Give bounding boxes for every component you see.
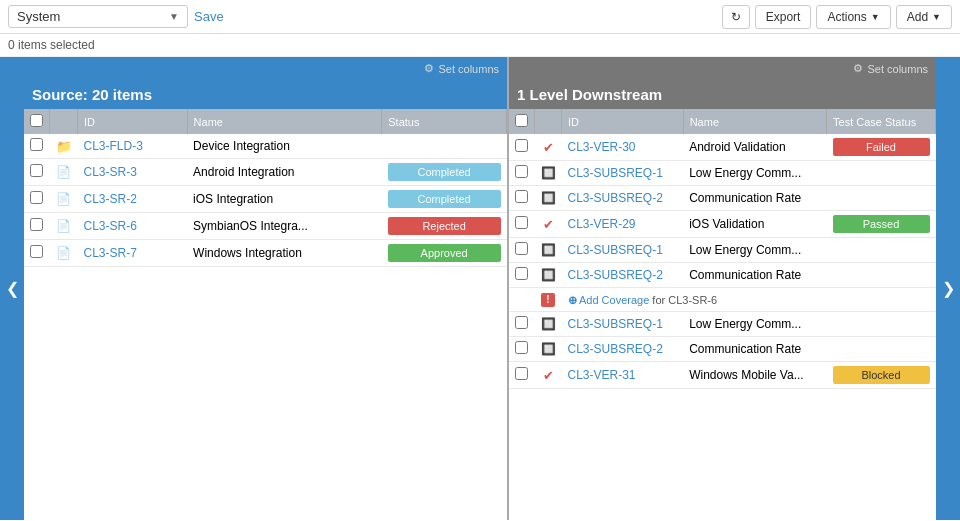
ds-id-link[interactable]: CL3-SUBSREQ-1 (568, 166, 663, 180)
toolbar-right: ↻ Export Actions ▼ Add ▼ (722, 5, 952, 29)
source-id-link[interactable]: CL3-SR-6 (84, 219, 137, 233)
ds-id-link[interactable]: CL3-VER-30 (568, 140, 636, 154)
row-checkbox[interactable] (515, 367, 528, 380)
ds-status (827, 312, 936, 337)
ds-status: Passed (827, 211, 936, 238)
ds-name: Android Validation (683, 134, 826, 161)
actions-button[interactable]: Actions ▼ (816, 5, 890, 29)
check-icon: ✔ (543, 140, 554, 155)
source-select-all[interactable] (30, 114, 43, 127)
row-checkbox[interactable] (30, 245, 43, 258)
row-checkbox[interactable] (30, 138, 43, 151)
plus-icon: ⊕ (568, 294, 577, 306)
check-icon: ✔ (543, 368, 554, 383)
table-row: 📄 CL3-SR-2 iOS Integration Completed (24, 186, 507, 213)
source-id-link[interactable]: CL3-SR-7 (84, 246, 137, 260)
source-col-icon (50, 109, 78, 134)
downstream-table: ID Name Test Case Status ✔ CL3-VER-30 (509, 109, 936, 389)
doc-icon: 📄 (56, 165, 71, 179)
row-checkbox[interactable] (515, 242, 528, 255)
export-button[interactable]: Export (755, 5, 812, 29)
items-selected-bar: 0 items selected (0, 34, 960, 57)
table-row: ✔ CL3-VER-31 Windows Mobile Va... Blocke… (509, 362, 936, 389)
row-checkbox[interactable] (515, 165, 528, 178)
source-table-wrapper: ID Name Status 📁 CL3-FLD-3 Devi (24, 109, 507, 520)
ds-name: Low Energy Comm... (683, 312, 826, 337)
nav-right-button[interactable]: ❯ (936, 57, 960, 520)
toolbar: System ▼ Save ↻ Export Actions ▼ Add ▼ (0, 0, 960, 34)
ds-id-link[interactable]: CL3-SUBSREQ-2 (568, 268, 663, 282)
refresh-button[interactable]: ↻ (722, 5, 750, 29)
row-checkbox[interactable] (515, 139, 528, 152)
warn-icon: ! (541, 293, 555, 307)
row-checkbox[interactable] (515, 190, 528, 203)
doc-icon: 📄 (56, 246, 71, 260)
ds-status (827, 161, 936, 186)
system-select[interactable]: System ▼ (8, 5, 188, 28)
doc-icon: 📄 (56, 192, 71, 206)
ds-status (827, 337, 936, 362)
doc-icon: 🔲 (541, 317, 556, 331)
add-coverage-cell: ⊕ Add Coverage for CL3-SR-6 (562, 288, 936, 312)
downstream-panel-header: ⚙ Set columns (509, 57, 936, 80)
table-row: 🔲 CL3-SUBSREQ-1 Low Energy Comm... (509, 161, 936, 186)
ds-col-status: Test Case Status (827, 109, 936, 134)
doc-icon: 📄 (56, 219, 71, 233)
row-checkbox[interactable] (30, 191, 43, 204)
ds-id-link[interactable]: CL3-SUBSREQ-2 (568, 342, 663, 356)
table-row: 📁 CL3-FLD-3 Device Integration (24, 134, 507, 159)
ds-id-link[interactable]: CL3-SUBSREQ-2 (568, 191, 663, 205)
source-name: Windows Integration (187, 240, 382, 267)
source-panel-title: Source: 20 items (24, 80, 507, 109)
refresh-icon: ↻ (731, 10, 741, 24)
doc-icon: 🔲 (541, 268, 556, 282)
source-count: 20 items (92, 86, 152, 103)
add-coverage-label: Add Coverage (579, 294, 649, 306)
table-row: 🔲 CL3-SUBSREQ-1 Low Energy Comm... (509, 238, 936, 263)
row-checkbox[interactable] (515, 216, 528, 229)
row-checkbox[interactable] (515, 341, 528, 354)
ds-status: Failed (827, 134, 936, 161)
source-id-link[interactable]: CL3-FLD-3 (84, 139, 143, 153)
ds-name: Communication Rate (683, 263, 826, 288)
source-table-header: ID Name Status (24, 109, 507, 134)
add-coverage-button[interactable]: ⊕ Add Coverage for CL3-SR-6 (568, 294, 718, 306)
table-row: 🔲 CL3-SUBSREQ-2 Communication Rate (509, 337, 936, 362)
downstream-panel-title: 1 Level Downstream (509, 80, 936, 109)
ds-id-link[interactable]: CL3-SUBSREQ-1 (568, 317, 663, 331)
save-link[interactable]: Save (194, 9, 224, 24)
actions-label: Actions (827, 10, 866, 24)
set-columns-label[interactable]: Set columns (438, 63, 499, 75)
table-row: ! ⊕ Add Coverage for CL3-SR-6 (509, 288, 936, 312)
row-checkbox[interactable] (515, 316, 528, 329)
doc-icon: 🔲 (541, 342, 556, 356)
add-label: Add (907, 10, 928, 24)
row-checkbox[interactable] (515, 267, 528, 280)
actions-chevron-icon: ▼ (871, 12, 880, 22)
table-row: 📄 CL3-SR-3 Android Integration Completed (24, 159, 507, 186)
table-row: 🔲 CL3-SUBSREQ-2 Communication Rate (509, 263, 936, 288)
downstream-title-label: 1 Level Downstream (517, 86, 662, 103)
set-columns-label[interactable]: Set columns (867, 63, 928, 75)
add-coverage-for: for CL3-SR-6 (652, 294, 717, 306)
nav-left-button[interactable]: ❮ (0, 57, 24, 520)
folder-icon: 📁 (56, 139, 72, 154)
row-checkbox[interactable] (30, 164, 43, 177)
ds-id-link[interactable]: CL3-VER-31 (568, 368, 636, 382)
row-checkbox[interactable] (30, 218, 43, 231)
doc-icon: 🔲 (541, 243, 556, 257)
panels: ⚙ Set columns Source: 20 items ID Name (24, 57, 936, 520)
ds-name: Communication Rate (683, 337, 826, 362)
ds-id-link[interactable]: CL3-VER-29 (568, 217, 636, 231)
source-id-link[interactable]: CL3-SR-2 (84, 192, 137, 206)
ds-select-all[interactable] (515, 114, 528, 127)
export-label: Export (766, 10, 801, 24)
check-icon: ✔ (543, 217, 554, 232)
add-button[interactable]: Add ▼ (896, 5, 952, 29)
ds-id-link[interactable]: CL3-SUBSREQ-1 (568, 243, 663, 257)
source-col-status: Status (382, 109, 507, 134)
source-name: SymbianOS Integra... (187, 213, 382, 240)
source-id-link[interactable]: CL3-SR-3 (84, 165, 137, 179)
table-row: ✔ CL3-VER-29 iOS Validation Passed (509, 211, 936, 238)
add-chevron-icon: ▼ (932, 12, 941, 22)
